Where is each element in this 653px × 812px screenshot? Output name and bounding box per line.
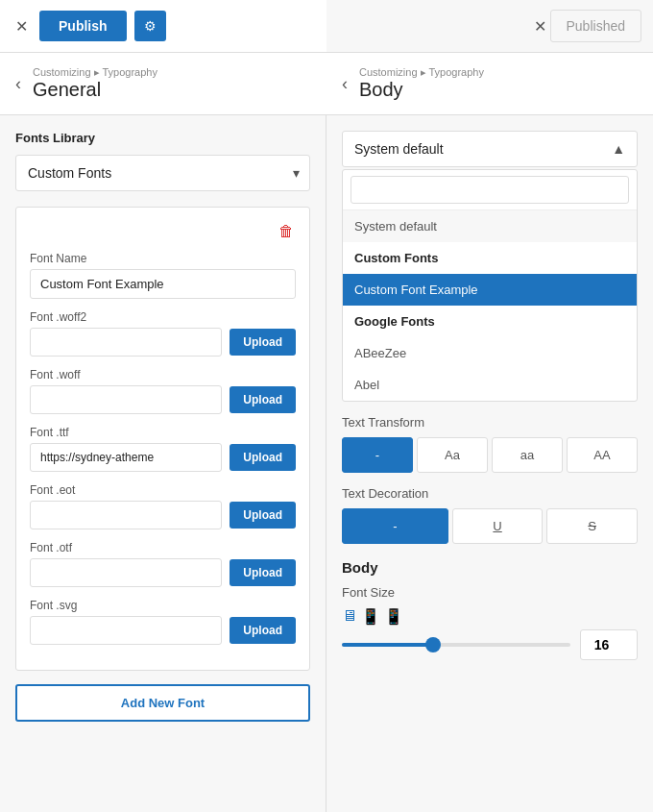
fonts-library-select[interactable]: Custom Fonts: [16, 156, 309, 190]
top-bar-left: ✕ Publish ⚙: [0, 0, 326, 53]
font-otf-upload-button[interactable]: Upload: [230, 559, 296, 586]
dropdown-group-custom-fonts: Custom Fonts: [343, 242, 637, 274]
font-ttf-upload-button[interactable]: Upload: [230, 444, 296, 471]
breadcrumb-right-title: Body: [359, 79, 484, 101]
font-woff-upload-button[interactable]: Upload: [230, 386, 296, 413]
fonts-library-label: Fonts Library: [15, 131, 310, 145]
font-woff-label: Font .woff: [30, 368, 296, 381]
font-size-input[interactable]: [580, 629, 638, 660]
text-decoration-none-button[interactable]: -: [342, 508, 448, 544]
font-svg-inputs: Upload: [30, 616, 296, 645]
breadcrumb-right: ‹ Customizing ▸ Typography Body: [326, 53, 653, 115]
text-decoration-underline-button[interactable]: U: [452, 508, 544, 544]
close-left-button[interactable]: ✕: [12, 13, 32, 39]
font-woff-input[interactable]: [30, 385, 222, 414]
text-decoration-strikethrough-button[interactable]: S: [546, 508, 638, 544]
slider-fill: [342, 643, 433, 647]
font-card: 🗑 Font Name Font .woff2 Upload Font .wof…: [15, 207, 310, 671]
breadcrumb-left-path: Customizing ▸ Typography: [33, 66, 157, 79]
font-woff2-label: Font .woff2: [30, 310, 296, 324]
back-right-button[interactable]: ‹: [338, 70, 351, 98]
text-transform-label: Text Transform: [342, 415, 638, 430]
top-bar-right: ✕ Published: [326, 0, 653, 53]
font-eot-upload-button[interactable]: Upload: [230, 502, 296, 529]
font-ttf-input[interactable]: [30, 443, 222, 472]
font-woff-row: Font .woff Upload: [30, 368, 296, 414]
font-eot-label: Font .eot: [30, 483, 296, 497]
font-size-controls: [342, 629, 638, 660]
font-size-slider-track: [342, 643, 570, 647]
tablet-icon[interactable]: 📱: [361, 607, 380, 626]
back-left-button[interactable]: ‹: [12, 70, 25, 98]
text-transform-lowercase-button[interactable]: aa: [492, 437, 563, 473]
font-woff2-upload-button[interactable]: Upload: [230, 329, 296, 356]
body-section: Body Font Size 🖥 📱 📱: [342, 559, 638, 660]
published-button: Published: [550, 10, 642, 42]
font-otf-label: Font .otf: [30, 541, 296, 554]
font-search-input[interactable]: [351, 176, 629, 204]
font-name-label: Font Name: [30, 252, 296, 265]
dropdown-arrow-up-icon: ▲: [612, 141, 625, 157]
text-decoration-label: Text Decoration: [342, 486, 638, 501]
breadcrumb-right-path: Customizing ▸ Typography: [359, 66, 484, 79]
text-transform-group: - Aa aa AA: [342, 437, 638, 473]
font-eot-inputs: Upload: [30, 501, 296, 529]
font-name-input[interactable]: [30, 269, 296, 299]
font-size-label: Font Size: [342, 585, 638, 600]
dropdown-item-custom-font-example[interactable]: Custom Font Example: [343, 274, 637, 306]
dropdown-item-abeezee[interactable]: ABeeZee: [343, 337, 637, 369]
right-panel: System default ▲ System default Custom F…: [326, 115, 653, 812]
slider-thumb[interactable]: [425, 637, 441, 652]
add-new-font-button[interactable]: Add New Font: [15, 684, 310, 722]
font-search-wrapper: [343, 170, 637, 210]
font-ttf-label: Font .ttf: [30, 426, 296, 439]
body-section-title: Body: [342, 559, 638, 576]
font-ttf-inputs: Upload: [30, 443, 296, 472]
font-otf-row: Font .otf Upload: [30, 541, 296, 587]
font-otf-input[interactable]: [30, 558, 222, 587]
breadcrumb-left: ‹ Customizing ▸ Typography General: [0, 53, 326, 115]
font-ttf-row: Font .ttf Upload: [30, 426, 296, 472]
font-dropdown-wrapper: System default ▲ System default Custom F…: [342, 131, 638, 402]
fonts-library-select-wrapper: Custom Fonts ▾: [15, 155, 310, 191]
mobile-icon[interactable]: 📱: [384, 607, 403, 626]
dropdown-group-google-fonts: Google Fonts: [343, 306, 637, 337]
font-woff2-inputs: Upload: [30, 328, 296, 357]
text-transform-none-button[interactable]: -: [342, 437, 413, 473]
font-woff2-row: Font .woff2 Upload: [30, 310, 296, 357]
breadcrumb-left-title: General: [33, 79, 157, 101]
breadcrumb-right-content: Customizing ▸ Typography Body: [359, 66, 484, 101]
text-transform-uppercase-button[interactable]: AA: [567, 437, 638, 473]
text-transform-capitalize-button[interactable]: Aa: [417, 437, 488, 473]
publish-button[interactable]: Publish: [39, 11, 127, 41]
font-svg-label: Font .svg: [30, 599, 296, 612]
font-woff-inputs: Upload: [30, 385, 296, 414]
font-dropdown-value: System default: [354, 141, 444, 157]
close-right-button[interactable]: ✕: [530, 13, 550, 39]
dropdown-item-system-default[interactable]: System default: [343, 210, 637, 242]
delete-font-button[interactable]: 🗑: [277, 221, 296, 242]
font-svg-input[interactable]: [30, 616, 222, 645]
text-decoration-group: - U S: [342, 508, 638, 544]
font-woff2-input[interactable]: [30, 328, 222, 357]
font-svg-upload-button[interactable]: Upload: [230, 617, 296, 644]
font-dropdown-menu: System default Custom Fonts Custom Font …: [342, 169, 638, 402]
font-eot-input[interactable]: [30, 501, 222, 529]
desktop-icon[interactable]: 🖥: [342, 607, 357, 626]
dropdown-item-abel[interactable]: Abel: [343, 369, 637, 401]
font-eot-row: Font .eot Upload: [30, 483, 296, 529]
left-panel: Fonts Library Custom Fonts ▾ 🗑 Font Name…: [0, 115, 326, 812]
font-card-header: 🗑: [30, 221, 296, 242]
font-svg-row: Font .svg Upload: [30, 599, 296, 645]
font-otf-inputs: Upload: [30, 558, 296, 587]
font-dropdown-header[interactable]: System default ▲: [342, 131, 638, 167]
gear-button[interactable]: ⚙: [134, 11, 166, 41]
device-icons-row: 🖥 📱 📱: [342, 607, 638, 626]
breadcrumb-left-content: Customizing ▸ Typography General: [33, 66, 157, 101]
